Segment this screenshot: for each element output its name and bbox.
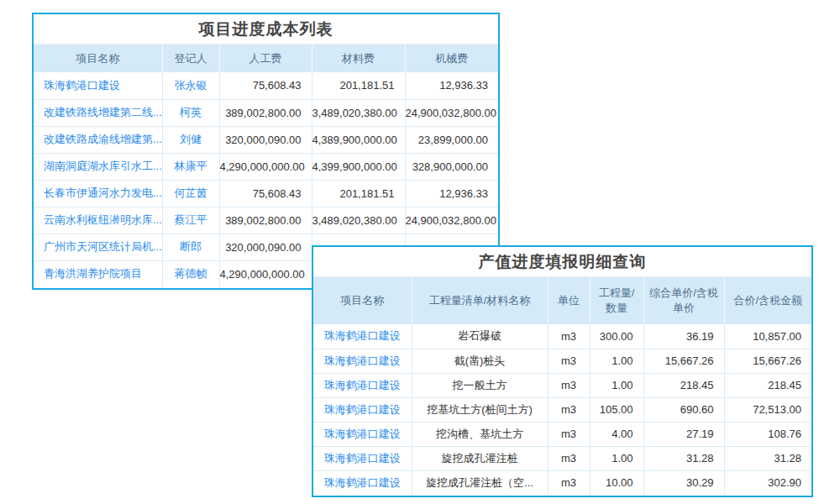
column-header-registrant: 登记人	[162, 45, 219, 72]
project-name-link[interactable]: 珠海鹤港口建设	[313, 397, 412, 422]
registrant-link[interactable]: 蔡江平	[162, 207, 219, 234]
labor-cost-cell: 320,000,090.00	[219, 126, 312, 153]
project-name-link[interactable]: 珠海鹤港口建设	[313, 446, 412, 470]
column-header-boq-material-name: 工程量清单/材料名称	[412, 277, 548, 324]
project-name-link[interactable]: 广州市天河区统计局机...	[34, 234, 162, 260]
boq-material-name-cell: 旋挖成孔灌注桩	[412, 446, 548, 470]
column-header-material-cost: 材料费	[312, 45, 405, 72]
labor-cost-cell: 320,000,090.00	[219, 234, 312, 260]
project-cost-header-row: 项目名称 登记人 人工费 材料费 机械费	[34, 45, 498, 72]
project-name-link[interactable]: 改建铁路线增建第二线...	[34, 99, 162, 126]
column-header-quantity: 工程量/数量	[590, 277, 643, 324]
project-name-link[interactable]: 珠海鹤港口建设	[313, 470, 412, 495]
boq-material-name-cell: 挖沟槽、基坑土方	[412, 422, 548, 446]
registrant-link[interactable]: 林康平	[162, 153, 219, 180]
unit-price-cell: 690.60	[643, 397, 724, 422]
output-value-detail-panel-title: 产值进度填报明细查询	[313, 247, 811, 277]
total-amount-cell: 10,857.00	[724, 324, 811, 349]
column-header-unit: 单位	[548, 277, 590, 324]
project-name-link[interactable]: 珠海鹤港口建设	[313, 422, 412, 446]
material-cost-cell: 4,389,900,000.00	[312, 126, 405, 153]
project-name-link[interactable]: 改建铁路成渝线增建第...	[34, 126, 162, 153]
labor-cost-cell: 75,608.43	[219, 72, 312, 99]
unit-price-cell: 15,667.26	[643, 349, 724, 373]
column-header-project-name: 项目名称	[34, 45, 162, 72]
material-cost-cell: 201,181.51	[312, 72, 405, 99]
total-amount-cell: 72,513.00	[724, 397, 811, 422]
column-header-unit-price: 综合单价/含税单价	[643, 277, 724, 324]
project-cost-panel-title: 项目进度成本列表	[34, 14, 498, 45]
unit-cell: m3	[548, 470, 590, 495]
project-name-link[interactable]: 珠海鹤港口建设	[34, 72, 162, 99]
labor-cost-cell: 75,608.43	[219, 180, 312, 207]
total-amount-cell: 108.76	[724, 422, 811, 446]
unit-cell: m3	[548, 422, 590, 446]
project-name-link[interactable]: 云南水利枢纽潜明水库...	[34, 207, 162, 234]
output-value-row: 珠海鹤港口建设 挖沟槽、基坑土方 m3 4.00 27.19 108.76	[313, 422, 811, 446]
unit-price-cell: 218.45	[643, 373, 724, 397]
unit-price-cell: 27.19	[643, 422, 724, 446]
quantity-cell: 10.00	[590, 470, 643, 495]
output-value-row: 珠海鹤港口建设 挖一般土方 m3 1.00 218.45 218.45	[313, 373, 811, 397]
registrant-link[interactable]: 张永银	[162, 72, 219, 99]
machine-cost-cell: 328,900,000.00	[405, 153, 498, 180]
column-header-project-name: 项目名称	[313, 277, 412, 324]
unit-price-cell: 30.29	[643, 470, 724, 495]
unit-cell: m3	[548, 397, 590, 422]
material-cost-cell: 3,489,020,380.00	[312, 207, 405, 234]
material-cost-cell: 3,489,020,380.00	[312, 99, 405, 126]
quantity-cell: 105.00	[590, 397, 643, 422]
machine-cost-cell: 24,900,032,800.00	[405, 207, 498, 234]
unit-price-cell: 31.28	[643, 446, 724, 470]
boq-material-name-cell: 旋挖成孔灌注桩（空...	[412, 470, 548, 495]
machine-cost-cell: 24,900,032,800.00	[405, 99, 498, 126]
machine-cost-cell: 23,899,000.00	[405, 126, 498, 153]
machine-cost-cell: 12,936.33	[405, 180, 498, 207]
quantity-cell: 300.00	[590, 324, 643, 349]
output-value-row: 珠海鹤港口建设 截(凿)桩头 m3 1.00 15,667.26 15,667.…	[313, 349, 811, 373]
total-amount-cell: 31.28	[724, 446, 811, 470]
material-cost-cell: 201,181.51	[312, 180, 405, 207]
labor-cost-cell: 389,002,800.00	[219, 207, 312, 234]
project-name-link[interactable]: 长春市伊通河水力发电...	[34, 180, 162, 207]
boq-material-name-cell: 挖一般土方	[412, 373, 548, 397]
quantity-cell: 1.00	[590, 349, 643, 373]
project-cost-row: 改建铁路成渝线增建第... 刘健 320,000,090.00 4,389,90…	[34, 126, 498, 153]
output-value-row: 珠海鹤港口建设 挖基坑土方(桩间土方) m3 105.00 690.60 72,…	[313, 397, 811, 422]
registrant-link[interactable]: 刘健	[162, 126, 219, 153]
unit-cell: m3	[548, 324, 590, 349]
output-value-row: 珠海鹤港口建设 旋挖成孔灌注桩（空... m3 10.00 30.29 302.…	[313, 470, 811, 495]
labor-cost-cell: 4,290,000,000.00	[219, 153, 312, 180]
total-amount-cell: 15,667.26	[724, 349, 811, 373]
registrant-link[interactable]: 断郎	[162, 234, 219, 260]
project-cost-row: 湖南洞庭湖水库引水工... 林康平 4,290,000,000.00 4,399…	[34, 153, 498, 180]
boq-material-name-cell: 挖基坑土方(桩间土方)	[412, 397, 548, 422]
project-cost-row: 长春市伊通河水力发电... 何芷茵 75,608.43 201,181.51 1…	[34, 180, 498, 207]
project-name-link[interactable]: 湖南洞庭湖水库引水工...	[34, 153, 162, 180]
project-cost-row: 云南水利枢纽潜明水库... 蔡江平 389,002,800.00 3,489,0…	[34, 207, 498, 234]
output-value-detail-panel: 产值进度填报明细查询 项目名称 工程量清单/材料名称 单位 工程量/数量 综合单…	[312, 245, 813, 497]
project-name-link[interactable]: 珠海鹤港口建设	[313, 324, 412, 349]
quantity-cell: 4.00	[590, 422, 643, 446]
unit-cell: m3	[548, 349, 590, 373]
registrant-link[interactable]: 何芷茵	[162, 180, 219, 207]
labor-cost-cell: 4,290,000,000.00	[219, 260, 312, 287]
project-name-link[interactable]: 青海洪湖养护院项目	[34, 260, 162, 287]
registrant-link[interactable]: 柯英	[162, 99, 219, 126]
boq-material-name-cell: 岩石爆破	[412, 324, 548, 349]
project-name-link[interactable]: 珠海鹤港口建设	[313, 373, 412, 397]
column-header-machine-cost: 机械费	[405, 45, 498, 72]
output-value-header-row: 项目名称 工程量清单/材料名称 单位 工程量/数量 综合单价/含税单价 合价/含…	[313, 277, 811, 324]
column-header-labor-cost: 人工费	[219, 45, 312, 72]
boq-material-name-cell: 截(凿)桩头	[412, 349, 548, 373]
total-amount-cell: 302.90	[724, 470, 811, 495]
unit-price-cell: 36.19	[643, 324, 724, 349]
project-name-link[interactable]: 珠海鹤港口建设	[313, 349, 412, 373]
column-header-total-amount: 合价/含税金额	[724, 277, 811, 324]
material-cost-cell: 4,399,900,000.00	[312, 153, 405, 180]
output-value-row: 珠海鹤港口建设 旋挖成孔灌注桩 m3 1.00 31.28 31.28	[313, 446, 811, 470]
project-cost-row: 珠海鹤港口建设 张永银 75,608.43 201,181.51 12,936.…	[34, 72, 498, 99]
unit-cell: m3	[548, 446, 590, 470]
registrant-link[interactable]: 蒋德帧	[162, 260, 219, 287]
unit-cell: m3	[548, 373, 590, 397]
